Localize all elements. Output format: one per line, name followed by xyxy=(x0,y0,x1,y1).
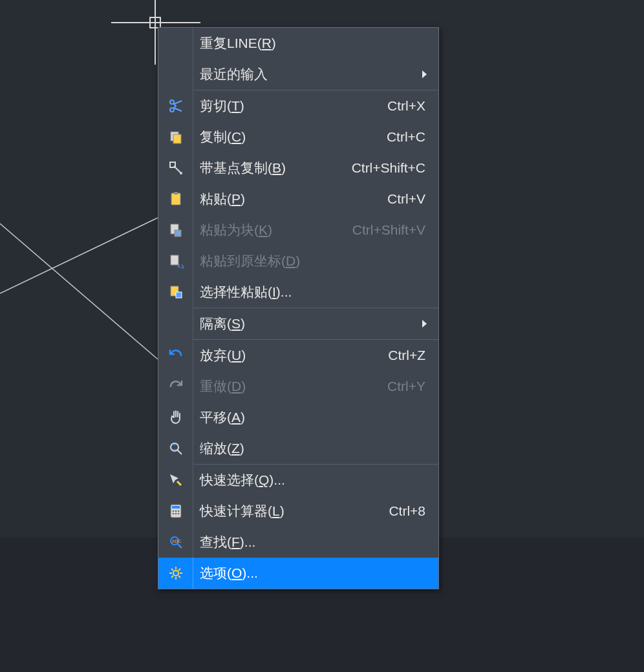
paste-block-icon xyxy=(158,215,193,246)
menu-item-label: 复制(C) xyxy=(193,128,380,146)
chevron-right-icon xyxy=(422,70,427,78)
menu-item-copy[interactable]: 复制(C)Ctrl+C xyxy=(158,121,438,152)
menu-item-label: 剪切(T) xyxy=(193,97,381,115)
menu-item-shortcut: Ctrl+C xyxy=(380,129,429,145)
menu-item-quick-calc[interactable]: 快速计算器(L)Ctrl+8 xyxy=(158,496,438,527)
menu-item-paste-block: 粘贴为块(K)Ctrl+Shift+V xyxy=(158,215,438,246)
paste-orig-icon xyxy=(158,246,193,277)
menu-item-shortcut: Ctrl+Z xyxy=(381,348,429,363)
menu-item-pan[interactable]: 平移(A) xyxy=(158,402,438,433)
menu-item-label: 选择性粘贴(I)... xyxy=(193,283,429,301)
context-menu: 重复LINE(R)最近的输入剪切(T)Ctrl+X复制(C)Ctrl+C带基点复… xyxy=(158,27,439,589)
menu-item-quick-select[interactable]: 快速选择(Q)... xyxy=(158,465,438,496)
menu-item-shortcut: Ctrl+Shift+V xyxy=(346,222,429,238)
menu-item-paste[interactable]: 粘贴(P)Ctrl+V xyxy=(158,184,438,215)
gear-icon xyxy=(158,558,193,589)
copy-base-icon xyxy=(158,152,193,184)
menu-item-label: 重复LINE(R) xyxy=(193,34,429,52)
menu-item-zoom[interactable]: 缩放(Z) xyxy=(158,433,438,464)
menu-item-paste-orig: 粘贴到原坐标(D) xyxy=(158,246,438,277)
menu-item-label: 缩放(Z) xyxy=(193,439,429,457)
copy-icon xyxy=(158,121,193,152)
menu-item-label: 快速计算器(L) xyxy=(193,502,382,520)
menu-item-shortcut: Ctrl+X xyxy=(381,98,429,114)
no-icon xyxy=(158,28,193,59)
scissors-icon xyxy=(158,90,193,121)
menu-item-repeat-line[interactable]: 重复LINE(R) xyxy=(158,28,438,59)
zoom-icon xyxy=(158,433,193,464)
menu-item-label: 查找(F)... xyxy=(193,533,429,551)
svg-line-4 xyxy=(0,218,158,293)
menu-item-copy-base[interactable]: 带基点复制(B)Ctrl+Shift+C xyxy=(158,152,438,184)
pan-icon xyxy=(158,402,193,433)
chevron-right-icon xyxy=(422,320,427,328)
no-icon xyxy=(158,59,193,90)
menu-item-isolate[interactable]: 隔离(S) xyxy=(158,308,438,339)
menu-item-shortcut: Ctrl+Y xyxy=(381,379,429,394)
menu-item-find[interactable]: 查找(F)... xyxy=(158,527,438,558)
menu-item-label: 快速选择(Q)... xyxy=(193,471,429,489)
paste-icon xyxy=(158,184,193,215)
menu-item-cut[interactable]: 剪切(T)Ctrl+X xyxy=(158,90,438,121)
menu-item-paste-special[interactable]: 选择性粘贴(I)... xyxy=(158,277,438,308)
svg-line-3 xyxy=(0,224,158,359)
menu-item-label: 选项(O)... xyxy=(193,564,429,582)
menu-item-label: 粘贴(P) xyxy=(193,190,381,208)
menu-item-label: 重做(D) xyxy=(193,377,381,395)
undo-icon xyxy=(158,340,193,371)
menu-item-options[interactable]: 选项(O)... xyxy=(158,558,438,589)
find-icon xyxy=(158,527,193,558)
menu-item-shortcut: Ctrl+8 xyxy=(382,503,429,519)
no-icon xyxy=(158,308,193,339)
menu-item-label: 粘贴到原坐标(D) xyxy=(193,252,429,270)
redo-icon xyxy=(158,371,193,402)
menu-item-label: 带基点复制(B) xyxy=(193,159,345,177)
calculator-icon xyxy=(158,496,193,527)
quick-select-icon xyxy=(158,465,193,496)
menu-item-label: 隔离(S) xyxy=(193,315,422,333)
menu-item-label: 最近的输入 xyxy=(193,65,422,83)
menu-item-label: 放弃(U) xyxy=(193,346,381,364)
menu-item-recent-input[interactable]: 最近的输入 xyxy=(158,59,438,90)
menu-item-undo[interactable]: 放弃(U)Ctrl+Z xyxy=(158,340,438,371)
menu-item-label: 平移(A) xyxy=(193,408,429,426)
menu-item-shortcut: Ctrl+V xyxy=(381,191,429,207)
menu-item-shortcut: Ctrl+Shift+C xyxy=(345,160,429,176)
menu-item-redo: 重做(D)Ctrl+Y xyxy=(158,371,438,402)
paste-special-icon xyxy=(158,277,193,308)
menu-item-label: 粘贴为块(K) xyxy=(193,221,346,239)
